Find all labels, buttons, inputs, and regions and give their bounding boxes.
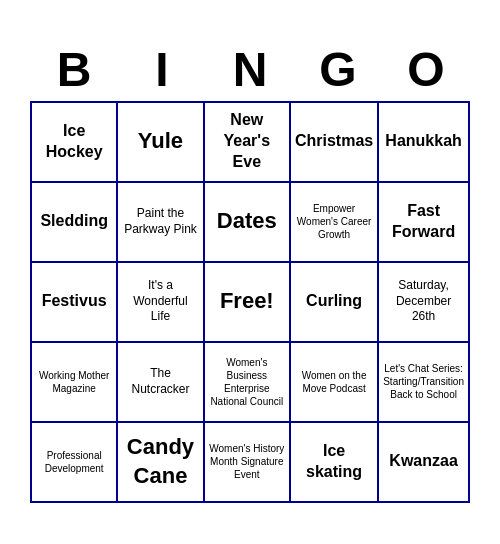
bingo-cell: Kwanzaa: [379, 423, 470, 503]
bingo-cell: Let's Chat Series: Starting/Transition B…: [379, 343, 470, 423]
bingo-cell: Paint the Parkway Pink: [118, 183, 204, 263]
bingo-cell: Curling: [291, 263, 379, 343]
bingo-cell: Ice skating: [291, 423, 379, 503]
bingo-letter: G: [298, 42, 378, 97]
bingo-grid: Ice HockeyYuleNew Year's EveChristmasHan…: [30, 101, 470, 503]
bingo-cell: Sledding: [32, 183, 118, 263]
bingo-cell: Candy Cane: [118, 423, 204, 503]
bingo-cell: Women's History Month Signature Event: [205, 423, 291, 503]
bingo-title: BINGO: [30, 42, 470, 97]
bingo-cell: Hanukkah: [379, 103, 470, 183]
bingo-cell: Saturday, December 26th: [379, 263, 470, 343]
bingo-cell: Free!: [205, 263, 291, 343]
bingo-cell: The Nutcracker: [118, 343, 204, 423]
bingo-cell: Festivus: [32, 263, 118, 343]
bingo-cell: Professional Development: [32, 423, 118, 503]
bingo-letter: N: [210, 42, 290, 97]
bingo-letter: O: [386, 42, 466, 97]
bingo-cell: Fast Forward: [379, 183, 470, 263]
bingo-cell: Dates: [205, 183, 291, 263]
bingo-cell: Christmas: [291, 103, 379, 183]
bingo-letter: B: [34, 42, 114, 97]
bingo-cell: Yule: [118, 103, 204, 183]
bingo-cell: Ice Hockey: [32, 103, 118, 183]
bingo-cell: Women's Business Enterprise National Cou…: [205, 343, 291, 423]
bingo-cell: Empower Women's Career Growth: [291, 183, 379, 263]
bingo-cell: New Year's Eve: [205, 103, 291, 183]
bingo-card: BINGO Ice HockeyYuleNew Year's EveChrist…: [20, 32, 480, 513]
bingo-letter: I: [122, 42, 202, 97]
bingo-cell: It's a Wonderful Life: [118, 263, 204, 343]
bingo-cell: Women on the Move Podcast: [291, 343, 379, 423]
bingo-cell: Working Mother Magazine: [32, 343, 118, 423]
